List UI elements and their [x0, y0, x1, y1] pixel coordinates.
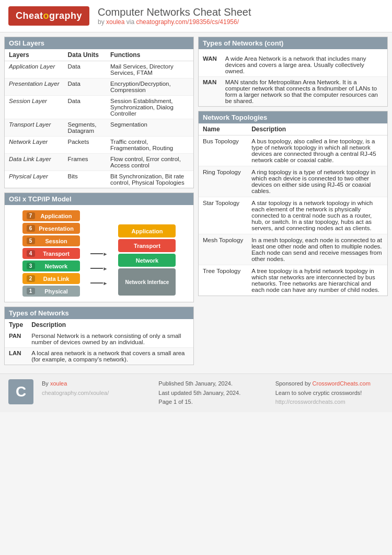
osi-layers-table: Layers Data Units Functions Application … [5, 49, 193, 188]
network-type-cont-row: WAN A wide Area Network is a network tha… [199, 53, 387, 77]
author-link[interactable]: xoulea [106, 18, 124, 26]
network-type-row: PAN Personal Network is a network consis… [5, 331, 193, 348]
arrow-transport: ► [90, 247, 108, 260]
page-title: Computer Networks Cheat Sheet [98, 6, 251, 18]
footer: C By xoulea cheatography.com/xoulea/ Pub… [0, 373, 392, 412]
col-type-cont [199, 49, 221, 53]
types-of-networks-table: Type Description PAN Personal Network is… [5, 319, 193, 365]
osi-tcp-section: OSI x TCP/IP Model 7Application6Presenta… [4, 192, 194, 302]
topology-description: A bus topology, also called a line topol… [247, 135, 387, 166]
layer-name: Presentation Layer [5, 78, 64, 96]
osi-layer-row: Presentation Layer Data Encryption/Decry… [5, 78, 193, 96]
topology-description: A tree topology is a hybrid network topo… [247, 265, 387, 296]
osi-layer-row: Data Link Layer Frames Flow control, Err… [5, 154, 193, 171]
footer-sponsor-col: Sponsored by CrosswordCheats.com Learn t… [275, 379, 384, 407]
header-text: Computer Networks Cheat Sheet by xoulea … [98, 6, 251, 26]
footer-sponsor-link[interactable]: CrosswordCheats.com [313, 380, 371, 387]
col-topo-name: Name [199, 123, 247, 135]
osi-layer-row: Transport Layer Segments, Datagram Segme… [5, 119, 193, 137]
tcp-layer-block: Transport [118, 239, 176, 252]
layer-label: Presentation [37, 225, 76, 232]
footer-published: Published 5th January, 2024. [158, 380, 233, 387]
layer-name: Transport Layer [5, 119, 64, 137]
col-topo-description: Description [247, 123, 387, 135]
network-type-description: A local area network is a network that c… [27, 348, 193, 365]
layer-num: 7 [27, 212, 35, 219]
layer-name: Application Layer [5, 61, 64, 78]
arrows-area: ► ► ► [90, 218, 108, 290]
layer-label: Application [37, 213, 76, 219]
layer-label: Transport [37, 251, 76, 257]
osi-layers-header: OSI Layers [5, 37, 193, 49]
network-type-cont: MAN [199, 77, 221, 107]
tcp-stack: ApplicationTransportNetworkNetwork Inter… [118, 211, 176, 296]
layer-num: 6 [27, 225, 35, 232]
network-type-cont-row: MAN MAN stands for Metropolitan Area Net… [199, 77, 387, 107]
network-topologies-header: Network Topologies [199, 111, 387, 123]
topology-name: Mesh Topology [199, 234, 247, 265]
left-column: OSI Layers Layers Data Units Functions A… [4, 37, 194, 365]
layer-num: 4 [27, 250, 35, 257]
tcp-layer-label: Network [122, 257, 171, 264]
right-column: Types of Networks (cont) WAN A wide Area… [198, 37, 388, 296]
arrow-netinterface: ► [90, 277, 108, 290]
network-type-cont-description: MAN stands for Metropolitan Area Network… [221, 77, 387, 107]
main-content: OSI Layers Layers Data Units Functions A… [0, 32, 392, 369]
osi-layer-block: 1Physical [22, 286, 80, 297]
types-of-networks-section: Types of Networks Type Description PAN P… [4, 307, 194, 365]
topology-name: Tree Topology [199, 265, 247, 296]
topology-description: In a mesh topology, each node is connect… [247, 234, 387, 265]
by-line: by xoulea via cheatography.com/198356/cs… [98, 18, 251, 26]
osi-layer-block: 7Application [22, 210, 80, 221]
tcp-layer-label: Application [122, 228, 171, 234]
topology-name: Bus Topology [199, 135, 247, 166]
col-description-cont [221, 49, 387, 53]
footer-author-url: cheatography.com/xoulea/ [42, 390, 109, 396]
footer-author-link[interactable]: xoulea [50, 380, 67, 387]
osi-tcp-diagram: 7Application6Presentation5Session4Transp… [5, 205, 193, 302]
types-of-networks-cont-header: Types of Networks (cont) [199, 37, 387, 49]
logo: Cheatography [8, 6, 89, 26]
layer-label: Physical [37, 288, 76, 295]
network-type: PAN [5, 331, 27, 348]
layer-functions: Flow control, Error control, Access cont… [106, 154, 193, 171]
footer-sponsor-url: http://crosswordcheats.com [275, 399, 345, 405]
footer-page: Page 1 of 15. [158, 399, 192, 405]
footer-updated: Last updated 5th January, 2024. [158, 390, 240, 396]
col-layers: Layers [5, 49, 64, 61]
osi-layer-block: 5Session [22, 235, 80, 246]
topology-row: Star Topology A star topology is a netwo… [199, 197, 387, 234]
types-of-networks-cont-table: WAN A wide Area Network is a network tha… [199, 49, 387, 106]
source-link[interactable]: cheatography.com/198356/cs/41956/ [136, 18, 239, 26]
layer-name: Data Link Layer [5, 154, 64, 171]
tcp-layer-label: Transport [122, 243, 171, 249]
col-data-units: Data Units [64, 49, 106, 61]
topology-row: Ring Topology A ring topology is a type … [199, 166, 387, 197]
layer-units: Bits [64, 171, 106, 188]
layer-functions: Traffic control, Fragmentation, Routing [106, 137, 193, 154]
topology-description: A star topology is a network topology in… [247, 197, 387, 234]
footer-author-col: By xoulea cheatography.com/xoulea/ [42, 379, 150, 398]
footer-meta-col: Published 5th January, 2024. Last update… [158, 379, 267, 407]
network-type-cont-description: A wide Area Network is a network that in… [221, 53, 387, 77]
arrow-network: ► [90, 262, 108, 275]
layer-label: Session [37, 238, 76, 244]
tcp-layer-block: Application [118, 224, 176, 237]
footer-logo: C [8, 379, 33, 404]
layer-num: 2 [27, 275, 35, 282]
topology-row: Mesh Topology In a mesh topology, each n… [199, 234, 387, 265]
layer-functions: Bit Synchronization, Bit rate control, P… [106, 171, 193, 188]
layer-label: Data Link [37, 276, 76, 282]
layer-functions: Mail Services, Directory Services, FTAM [106, 61, 193, 78]
osi-layer-block: 4Transport [22, 248, 80, 259]
network-type: LAN [5, 348, 27, 365]
osi-layer-row: Application Layer Data Mail Services, Di… [5, 61, 193, 78]
osi-layer-row: Physical Layer Bits Bit Synchronization,… [5, 171, 193, 188]
network-type-description: Personal Network is a network consisting… [27, 331, 193, 348]
osi-layer-block: 2Data Link [22, 273, 80, 284]
topology-name: Ring Topology [199, 166, 247, 197]
osi-layers-section: OSI Layers Layers Data Units Functions A… [4, 37, 194, 188]
topology-description: A ring topology is a type of network top… [247, 166, 387, 197]
tcp-layer-label: Network Interface [122, 279, 171, 285]
topology-name: Star Topology [199, 197, 247, 234]
